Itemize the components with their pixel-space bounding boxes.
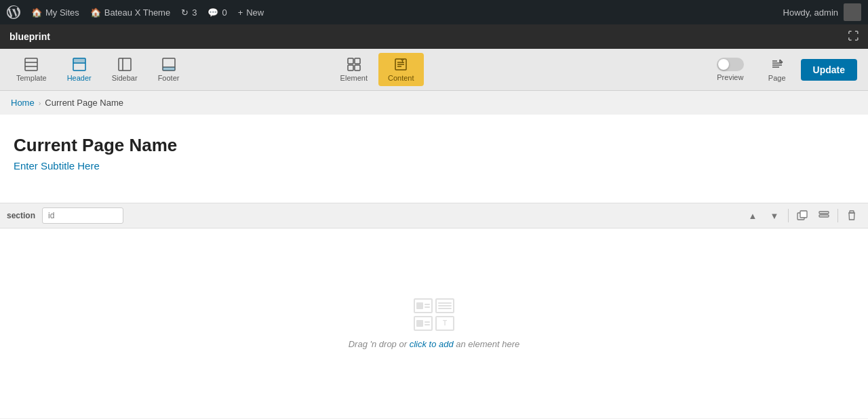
preview-toggle[interactable]	[717, 58, 744, 71]
section-label: section	[7, 211, 35, 220]
section-actions: ▲ ▼	[743, 206, 861, 225]
comments-icon: 💬	[208, 7, 218, 18]
template-icon	[24, 57, 39, 72]
click-to-add-link[interactable]: click to add	[410, 339, 454, 349]
revisions-link[interactable]: ↻ 3	[181, 7, 197, 18]
content-label: Content	[388, 74, 414, 82]
move-up-button[interactable]: ▲	[743, 206, 762, 225]
page-label: Page	[768, 74, 786, 82]
blueprint-title: blueprint	[9, 31, 50, 42]
section-id-input[interactable]	[42, 207, 123, 224]
svg-rect-14	[355, 65, 360, 71]
revisions-icon: ↻	[181, 7, 189, 18]
delete-icon	[846, 210, 857, 221]
section-divider-1	[788, 209, 789, 222]
page-content-area: Current Page Name Enter Subtitle Here	[0, 115, 868, 203]
footer-tool[interactable]: Footer	[149, 53, 189, 86]
drop-icon-cell-2	[435, 298, 454, 313]
breadcrumb-home[interactable]: Home	[11, 98, 35, 108]
drop-icon-line-4	[438, 305, 452, 306]
page-icon	[770, 57, 785, 72]
drop-icon-cell-3	[414, 316, 433, 331]
settings-icon	[818, 210, 829, 221]
duplicate-icon	[797, 210, 808, 221]
drop-icon-img-2	[416, 320, 423, 327]
svg-rect-13	[348, 65, 353, 71]
move-down-button[interactable]: ▼	[765, 206, 784, 225]
header-label: Header	[67, 74, 92, 82]
wp-logo-link[interactable]	[7, 5, 20, 19]
drop-icon-lines-1	[425, 304, 430, 308]
svg-rect-12	[355, 58, 360, 64]
my-sites-link[interactable]: 🏠 My Sites	[31, 7, 79, 18]
toggle-thumb	[718, 59, 729, 70]
page-tool[interactable]: Page	[759, 53, 795, 86]
theme-label: Bateau X Theme	[104, 7, 170, 18]
page-subtitle: Enter Subtitle Here	[14, 160, 854, 172]
theme-icon: 🏠	[90, 7, 101, 18]
svg-rect-10	[163, 67, 175, 71]
sidebar-icon	[117, 57, 132, 72]
drop-icon-line-7	[425, 324, 430, 325]
drop-text-after: an element here	[454, 339, 520, 349]
svg-rect-4	[73, 58, 85, 63]
new-link[interactable]: + New	[238, 7, 264, 18]
section-divider-2	[837, 209, 838, 222]
drop-icon-line-3	[438, 302, 452, 304]
delete-button[interactable]	[842, 206, 861, 225]
comments-count: 0	[222, 7, 226, 18]
drop-icon-text-box: T	[435, 316, 454, 331]
theme-link[interactable]: 🏠 Bateau X Theme	[90, 7, 170, 18]
preview-toggle-container: Preview	[707, 54, 753, 85]
admin-avatar[interactable]	[844, 3, 861, 21]
svg-text:T: T	[401, 58, 404, 64]
drop-icon-line-2	[425, 306, 430, 308]
new-label: New	[246, 7, 264, 18]
drop-icon-cell-1	[414, 298, 433, 313]
update-button[interactable]: Update	[801, 59, 857, 81]
footer-icon	[161, 57, 176, 72]
admin-bar: 🏠 My Sites 🏠 Bateau X Theme ↻ 3 💬 0 + Ne…	[0, 0, 868, 24]
content-tool[interactable]: T Content	[378, 53, 424, 86]
svg-rect-31	[850, 211, 854, 213]
expand-icon[interactable]: ⛶	[848, 31, 859, 43]
header-icon	[72, 57, 87, 72]
template-tool[interactable]: Template	[7, 53, 56, 86]
admin-bar-right: Howdy, admin	[783, 3, 861, 21]
drop-icon-line-1	[425, 304, 430, 305]
svg-rect-29	[819, 212, 829, 214]
drop-icon-line-5	[438, 308, 452, 309]
toolbar-left-group: Template Header Sidebar Footer	[7, 53, 189, 86]
settings-button[interactable]	[814, 206, 833, 225]
page-title: Current Page Name	[14, 135, 854, 156]
blueprint-bar: blueprint ⛶	[0, 24, 868, 49]
drop-icon-lines-2	[438, 302, 452, 309]
howdy-text: Howdy, admin	[783, 7, 838, 18]
footer-label: Footer	[158, 74, 180, 82]
toolbar-right-group: Preview Page Update	[707, 53, 861, 86]
sidebar-tool[interactable]: Sidebar	[102, 53, 147, 86]
drop-zone-icon: T	[414, 298, 454, 331]
wp-logo-icon	[7, 5, 20, 19]
comments-link[interactable]: 💬 0	[208, 7, 226, 18]
header-tool[interactable]: Header	[58, 53, 101, 86]
svg-rect-11	[348, 58, 353, 64]
content-icon: T	[393, 57, 408, 72]
element-tool[interactable]: Element	[331, 53, 377, 86]
drop-zone-text: Drag 'n drop or click to add an element …	[349, 339, 520, 349]
drop-icon-line-6	[425, 321, 430, 323]
svg-rect-30	[819, 215, 829, 217]
sidebar-label: Sidebar	[112, 74, 138, 82]
drop-text-before: Drag 'n drop or	[349, 339, 410, 349]
breadcrumb-separator: ›	[39, 99, 41, 107]
breadcrumb: Home › Current Page Name	[0, 91, 868, 115]
element-icon	[347, 57, 361, 72]
drop-zone: T Drag 'n drop or click to add an elemen…	[0, 228, 868, 418]
duplicate-button[interactable]	[793, 206, 812, 225]
drop-icon-lines-3	[425, 321, 430, 325]
new-icon: +	[238, 7, 243, 18]
svg-rect-6	[119, 58, 131, 71]
svg-rect-0	[25, 58, 37, 71]
section-bar: section ▲ ▼	[0, 203, 868, 228]
my-sites-icon: 🏠	[31, 7, 42, 18]
